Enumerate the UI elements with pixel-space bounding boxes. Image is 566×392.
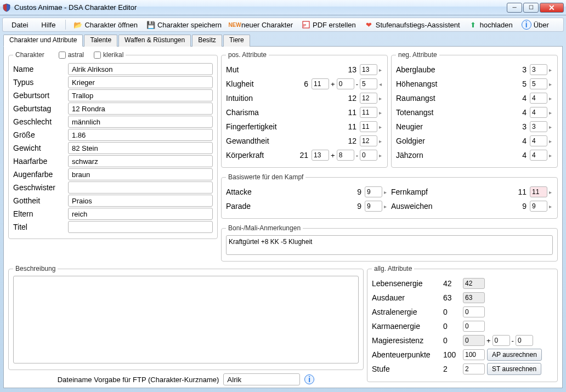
maximize-button[interactable]: ☐ [523,3,539,13]
tab-besitz[interactable]: Besitz [192,35,222,47]
tab-strip: Charakter und Attribute Talente Waffen &… [3,35,563,47]
allg-mr-plus[interactable] [493,335,510,346]
astral-checkbox[interactable] [59,52,66,59]
tool-save[interactable]: 💾 Charakter speichern [143,19,225,30]
input-geburtsort[interactable] [68,89,213,101]
arrow-icon[interactable]: ◂ [377,81,383,87]
pos-attr-box[interactable] [360,121,377,132]
btn-st[interactable]: ST ausrechnen [487,363,541,375]
btn-ap[interactable]: AP ausrechnen [487,349,542,361]
neg-attr-box[interactable] [530,64,547,75]
neg-attr-name: Totenangst [396,108,513,117]
allg-au-box[interactable] [463,292,485,303]
input-eltern[interactable] [68,208,213,220]
input-groesse[interactable] [68,129,213,141]
arrow-icon[interactable]: ▸ [547,95,553,101]
input-titel[interactable] [68,221,213,233]
input-augenfarbe[interactable] [68,168,213,180]
neg-attr-box[interactable] [530,150,547,161]
beschreibung-textarea[interactable] [13,276,359,363]
tool-open[interactable]: 📂 Charakter öffnen [70,19,141,30]
arrow-icon[interactable]: ▸ [547,110,553,116]
allg-ae-box[interactable] [463,306,485,317]
ftp-info-icon[interactable]: i [304,374,314,384]
input-gottheit[interactable] [68,195,213,207]
label-typus: Typus [13,78,68,87]
arrow-icon[interactable]: ▸ [547,138,553,144]
label-titel: Titel [13,223,68,231]
parade-box[interactable] [365,201,382,212]
pos-attr-plus[interactable] [337,78,354,89]
arrow-icon[interactable]: ▸ [377,110,383,116]
neg-attr-box[interactable] [530,135,547,146]
tab-waffen-ruestungen[interactable]: Waffen & Rüstungen [118,35,191,47]
arrow-icon[interactable]: ▸ [377,95,383,101]
neg-attr-name: Jähzorn [396,151,513,160]
arrow-icon[interactable]: ▸ [547,189,553,195]
input-name[interactable] [68,63,213,75]
heart-icon: ❤ [365,20,373,29]
tab-tiere[interactable]: Tiere [223,35,250,47]
pos-attribute-fieldset: pos. Attribute Mut 13 ▸Klugheit 6 + - ◂I… [221,51,388,168]
arrow-icon[interactable]: ▸ [382,189,388,195]
arrow-icon[interactable]: ▸ [377,124,383,130]
neg-attr-box[interactable] [530,107,547,118]
menu-datei[interactable]: Datei [6,20,33,30]
allg-mr-box[interactable] [463,335,485,346]
neg-attr-name: Neugier [396,122,513,131]
allg-mr-minus[interactable] [516,335,533,346]
arrow-icon[interactable]: ▸ [377,152,383,158]
arrow-icon[interactable]: ▸ [547,203,553,209]
neg-attr-box[interactable] [530,93,547,104]
pos-attr-box[interactable] [360,93,377,104]
pos-attr-minus[interactable] [360,150,377,161]
tool-upload[interactable]: ⬆ hochladen [466,19,516,30]
pos-attr-value: 12 [343,94,356,103]
input-geschwister[interactable] [68,181,213,194]
pos-attr-box[interactable] [360,107,377,118]
pos-attr-box[interactable] [360,64,377,75]
pos-attr-box[interactable] [360,135,377,146]
arrow-icon[interactable]: ▸ [547,152,553,158]
arrow-icon[interactable]: ▸ [547,67,553,73]
tool-levelup[interactable]: ❤ Stufenaufstiegs-Aassistent [361,19,463,30]
attacke-box[interactable] [365,186,382,197]
allg-ap-box[interactable] [463,349,485,360]
input-geburtstag[interactable] [68,103,213,115]
close-button[interactable]: ✕ [540,3,564,13]
minimize-button[interactable]: ─ [507,3,522,13]
arrow-icon[interactable]: ▸ [547,124,553,130]
attacke-name: Attacke [226,188,348,196]
arrow-icon[interactable]: ▸ [377,67,383,73]
input-gewicht[interactable] [68,142,213,154]
arrow-icon[interactable]: ▸ [377,138,383,144]
svg-text:P: P [303,23,306,28]
neg-attr-value: 3 [513,65,527,74]
arrow-icon[interactable]: ▸ [547,81,553,87]
menu-hilfe[interactable]: Hilfe [36,20,61,30]
allg-le-box[interactable] [463,278,485,289]
arrow-icon[interactable]: ▸ [382,203,388,209]
ausweichen-box[interactable] [530,201,547,212]
boni-textarea[interactable] [226,235,553,255]
pos-attr-value: 12 [343,137,356,145]
pos-attr-box[interactable] [312,78,329,89]
pos-attr-box[interactable] [312,150,329,161]
tool-pdf[interactable]: P PDF erstellen [298,19,359,30]
allg-ke-box[interactable] [463,321,485,332]
ftp-input[interactable] [223,373,300,385]
tool-about[interactable]: i Über [518,19,552,31]
input-typus[interactable] [68,76,213,88]
neg-attr-box[interactable] [530,121,547,132]
allg-st-box[interactable] [463,363,485,374]
input-haarfarbe[interactable] [68,155,213,167]
tool-new[interactable]: NEW neuer Charakter [227,19,296,30]
input-geschlecht[interactable] [68,116,213,128]
neg-attr-box[interactable] [530,78,547,89]
pos-attr-minus[interactable] [360,78,377,89]
tab-talente[interactable]: Talente [84,35,117,47]
tab-charakter-attribute[interactable]: Charakter und Attribute [3,35,83,47]
fernkampf-box[interactable] [530,186,547,197]
klerikal-checkbox[interactable] [94,52,101,59]
pos-attr-plus[interactable] [337,150,354,161]
